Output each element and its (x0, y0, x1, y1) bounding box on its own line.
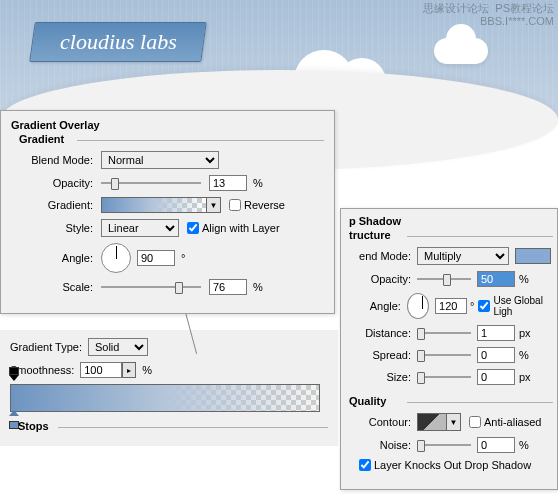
distance-slider[interactable] (417, 326, 471, 340)
unit: px (519, 327, 531, 339)
opacity-input[interactable] (477, 271, 515, 287)
spread-label: Spread: (349, 349, 411, 361)
quality-subtitle: Quality (349, 395, 553, 407)
opacity-label: Opacity: (25, 177, 93, 189)
gradient-dropdown-icon[interactable]: ▼ (207, 197, 221, 213)
gradient-bar[interactable] (10, 384, 320, 412)
blend-mode-select[interactable]: Normal (101, 151, 219, 169)
opacity-stop-icon[interactable] (9, 375, 19, 385)
stops-subtitle: Stops (18, 420, 328, 432)
noise-label: Noise: (349, 439, 411, 451)
distance-input[interactable] (477, 325, 515, 341)
distance-label: Distance: (349, 327, 411, 339)
angle-dial[interactable] (407, 293, 429, 319)
knockout-label: Layer Knocks Out Drop Shadow (374, 459, 531, 471)
gradient-type-select[interactable]: Solid (88, 338, 148, 356)
noise-slider[interactable] (417, 438, 471, 452)
angle-input[interactable] (137, 250, 175, 266)
contour-label: Contour: (349, 416, 411, 428)
smoothness-input[interactable] (80, 362, 122, 378)
contour-dropdown-icon[interactable]: ▼ (447, 413, 461, 431)
reverse-label: Reverse (244, 199, 285, 211)
smoothness-dropdown-icon[interactable]: ▸ (122, 362, 136, 378)
global-light-checkbox[interactable] (478, 300, 490, 312)
logo-text: cloudius labs (60, 29, 177, 55)
gradient-swatch[interactable] (101, 197, 207, 213)
style-label: Style: (25, 222, 93, 234)
knockout-checkbox[interactable] (359, 459, 371, 471)
align-checkbox[interactable] (187, 222, 199, 234)
contour-swatch[interactable] (417, 413, 447, 431)
opacity-slider[interactable] (417, 272, 471, 286)
unit: % (253, 281, 263, 293)
panel-subtitle: Gradient (19, 133, 324, 145)
unit: % (519, 439, 529, 451)
angle-input[interactable] (435, 298, 467, 314)
style-select[interactable]: Linear (101, 219, 179, 237)
gradient-type-label: Gradient Type: (10, 341, 82, 353)
opacity-input[interactable] (209, 175, 247, 191)
gradient-editor-panel: Gradient Type: Solid Smoothness: ▸ % Sto… (0, 330, 338, 446)
gradient-label: Gradient: (25, 199, 93, 211)
scale-slider[interactable] (101, 280, 201, 294)
spread-input[interactable] (477, 347, 515, 363)
scale-input[interactable] (209, 279, 247, 295)
blend-mode-label: end Mode: (349, 250, 411, 262)
unit: ° (470, 300, 474, 312)
drop-shadow-panel: p Shadow tructure end Mode: Multiply Opa… (340, 208, 558, 490)
panel-title: p Shadow (349, 215, 553, 227)
cloud-decoration (434, 38, 488, 64)
unit: % (142, 364, 152, 376)
antialiased-label: Anti-aliased (484, 416, 541, 428)
panel-title: Gradient Overlay (11, 119, 324, 131)
opacity-slider[interactable] (101, 176, 201, 190)
size-label: Size: (349, 371, 411, 383)
angle-label: Angle: (25, 252, 93, 264)
global-light-label: Use Global Ligh (493, 295, 553, 317)
unit: % (519, 273, 529, 285)
size-slider[interactable] (417, 370, 471, 384)
watermark: 思缘设计论坛 PS教程论坛BBS.I****.COM (423, 2, 554, 28)
unit: px (519, 371, 531, 383)
blend-mode-label: Blend Mode: (25, 154, 93, 166)
scale-label: Scale: (25, 281, 93, 293)
gradient-overlay-panel: Gradient Overlay Gradient Blend Mode: No… (0, 110, 335, 314)
unit: % (519, 349, 529, 361)
panel-subtitle: tructure (349, 229, 553, 241)
spread-slider[interactable] (417, 348, 471, 362)
reverse-checkbox[interactable] (229, 199, 241, 211)
opacity-label: Opacity: (349, 273, 411, 285)
smoothness-label: Smoothness: (10, 364, 74, 376)
blend-mode-select[interactable]: Multiply (417, 247, 509, 265)
angle-label: Angle: (349, 300, 401, 312)
size-input[interactable] (477, 369, 515, 385)
noise-input[interactable] (477, 437, 515, 453)
antialiased-checkbox[interactable] (469, 416, 481, 428)
logo-sign: cloudius labs (29, 22, 207, 62)
align-label: Align with Layer (202, 222, 280, 234)
unit: % (253, 177, 263, 189)
unit: ° (181, 252, 185, 264)
shadow-color-swatch[interactable] (515, 248, 551, 264)
angle-dial[interactable] (101, 243, 131, 273)
